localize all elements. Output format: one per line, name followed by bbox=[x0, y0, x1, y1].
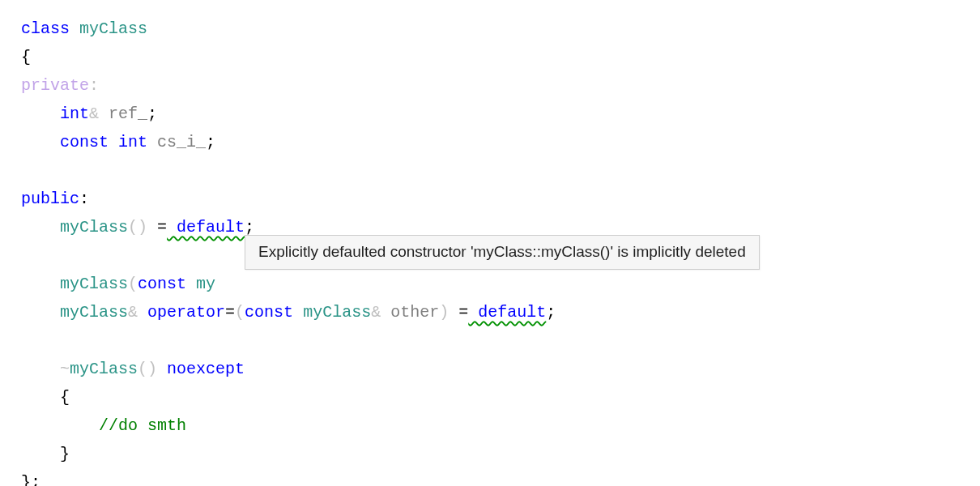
tilde: ~ bbox=[60, 360, 70, 378]
paren-close-1: ) bbox=[138, 218, 147, 237]
eq-3: = bbox=[458, 303, 468, 322]
assign-op-symbol: = bbox=[225, 303, 235, 322]
brace-close: } bbox=[21, 473, 31, 486]
keyword-const-3: const bbox=[245, 303, 293, 322]
ident-other: other bbox=[390, 303, 439, 322]
keyword-public: public bbox=[21, 190, 79, 208]
keyword-noexcept: noexcept bbox=[167, 360, 245, 378]
eq-1: = bbox=[157, 218, 167, 237]
type-myclass: myClass bbox=[79, 19, 147, 38]
dtor-myclass: myClass bbox=[70, 360, 138, 378]
ctor-myclass: myClass bbox=[60, 218, 128, 237]
keyword-default-1[interactable]: default bbox=[167, 218, 245, 237]
keyword-int: int bbox=[60, 104, 89, 123]
keyword-class: class bbox=[21, 19, 70, 38]
semi-3: ; bbox=[245, 218, 254, 237]
keyword-private: private bbox=[21, 76, 89, 95]
amp-2: & bbox=[128, 303, 138, 322]
paren-close-3: ) bbox=[439, 303, 449, 322]
keyword-default-2[interactable]: default bbox=[468, 303, 546, 322]
paren-open-2: ( bbox=[128, 275, 138, 293]
keyword-operator: operator bbox=[147, 303, 225, 322]
paren-open-3: ( bbox=[235, 303, 245, 322]
brace-open-2: { bbox=[60, 388, 70, 407]
colon: : bbox=[89, 76, 99, 95]
paren-open-1: ( bbox=[128, 218, 138, 237]
copy-ctor-myclass: myClass bbox=[60, 275, 128, 293]
keyword-int-2: int bbox=[118, 133, 147, 151]
amp-1: & bbox=[89, 104, 99, 123]
param-myclass: myClass bbox=[303, 303, 371, 322]
keyword-const-hidden: const bbox=[138, 275, 186, 293]
ident-csi: cs_i_ bbox=[157, 133, 206, 151]
brace-close-2: } bbox=[60, 445, 70, 463]
paren-close-d: ) bbox=[147, 360, 157, 378]
amp-3: & bbox=[371, 303, 381, 322]
ident-ref: ref_ bbox=[109, 104, 147, 123]
semi-1: ; bbox=[147, 104, 157, 123]
colon-2: : bbox=[79, 190, 89, 208]
semi-end: ; bbox=[31, 473, 40, 486]
paren-open-d: ( bbox=[138, 360, 147, 378]
partial-my: my bbox=[196, 275, 215, 293]
assign-myclass: myClass bbox=[60, 303, 128, 322]
brace-open: { bbox=[21, 48, 31, 66]
diagnostic-tooltip: Explicitly defaulted constructor 'myClas… bbox=[245, 235, 760, 270]
semi-5: ; bbox=[546, 303, 556, 322]
comment-do-smth: //do smth bbox=[99, 416, 186, 435]
keyword-const-1: const bbox=[60, 133, 109, 151]
semi-2: ; bbox=[206, 133, 215, 151]
